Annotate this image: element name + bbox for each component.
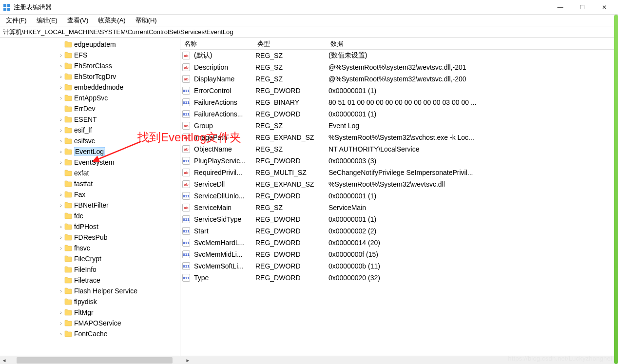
tree-item-fhsvc[interactable]: ›fhsvc	[0, 243, 180, 253]
tree-expander-icon[interactable]: ›	[58, 116, 64, 122]
tree-expander-icon[interactable]: ›	[58, 52, 64, 58]
scroll-right-arrow[interactable]: ►	[184, 356, 192, 364]
tree-item-fltmgr[interactable]: ›FltMgr	[0, 307, 180, 318]
tree-item-fbnetfilter[interactable]: ›FBNetFilter	[0, 200, 180, 211]
tree-expander-icon[interactable]: ›	[58, 202, 64, 208]
value-name: FailureActions...	[192, 110, 253, 118]
string-value-icon: ab	[182, 52, 190, 59]
folder-icon	[64, 180, 72, 187]
column-type[interactable]: 类型	[253, 38, 327, 49]
value-row[interactable]: abImagePathREG_EXPAND_SZ%SystemRoot%\Sys…	[180, 132, 618, 143]
folder-icon	[64, 255, 72, 262]
tree-item-fastfat[interactable]: ›fastfat	[0, 178, 180, 189]
column-name[interactable]: 名称	[180, 38, 253, 49]
menu-help[interactable]: 帮助(H)	[133, 15, 160, 26]
tree-item-label: FBNetFilter	[74, 201, 109, 209]
tree-expander-icon[interactable]: ›	[58, 138, 64, 144]
value-row[interactable]: ab(默认)REG_SZ(数值未设置)	[180, 50, 618, 61]
value-row[interactable]: abDisplayNameREG_SZ@%SystemRoot%\system3…	[180, 73, 618, 85]
scroll-track[interactable]	[8, 356, 184, 364]
horizontal-scrollbar[interactable]: ◄ ►	[0, 356, 618, 364]
tree-expander-icon[interactable]: ›	[58, 149, 64, 154]
tree-item-eventlog[interactable]: ›EventLog	[0, 146, 180, 157]
folder-icon	[64, 330, 72, 337]
tree-item-esifsvc[interactable]: ›esifsvc	[0, 135, 180, 146]
tree-expander-icon[interactable]: ›	[58, 331, 64, 337]
tree-expander-icon[interactable]: ›	[58, 84, 64, 90]
value-row[interactable]: 011SvcMemHardL...REG_DWORD0x00000014 (20…	[180, 237, 618, 249]
scroll-left-arrow[interactable]: ◄	[0, 356, 8, 364]
value-row[interactable]: abServiceDllREG_EXPAND_SZ%SystemRoot%\Sy…	[180, 178, 618, 190]
folder-icon	[64, 116, 72, 123]
tree-expander-icon[interactable]: ›	[58, 63, 64, 69]
tree-expander-icon[interactable]: ›	[58, 159, 64, 165]
tree-expander-icon[interactable]: ›	[58, 309, 64, 315]
value-row[interactable]: abGroupREG_SZEvent Log	[180, 120, 618, 132]
menu-edit[interactable]: 编辑(E)	[34, 15, 60, 26]
tree-expander-icon[interactable]: ›	[58, 224, 64, 230]
value-row[interactable]: 011FailureActionsREG_BINARY80 51 01 00 0…	[180, 96, 618, 108]
tree-expander-icon[interactable]: ›	[58, 320, 64, 326]
tree-item-fdc[interactable]: ›fdc	[0, 211, 180, 221]
tree-item-entappsvc[interactable]: ›EntAppSvc	[0, 93, 180, 103]
menu-view[interactable]: 查看(V)	[64, 15, 91, 26]
value-row[interactable]: 011ServiceDllUnlo...REG_DWORD0x00000001 …	[180, 190, 618, 202]
tree-item-fileinfo[interactable]: ›FileInfo	[0, 264, 180, 275]
binary-value-icon: 011	[182, 110, 190, 118]
value-data: 0x0000000b (11)	[327, 262, 618, 270]
value-row[interactable]: 011ServiceSidTypeREG_DWORD0x00000001 (1)	[180, 213, 618, 225]
tree-item-filetrace[interactable]: ›Filetrace	[0, 275, 180, 286]
tree-item-flpydisk[interactable]: ›flpydisk	[0, 296, 180, 307]
menu-file[interactable]: 文件(F)	[3, 15, 30, 26]
menu-favorites[interactable]: 收藏夹(A)	[95, 15, 128, 26]
tree-item-label: flpydisk	[74, 298, 97, 306]
tree-item-esent[interactable]: ›ESENT	[0, 114, 180, 125]
tree-item-fdphost[interactable]: ›fdPHost	[0, 221, 180, 232]
value-row[interactable]: abServiceMainREG_SZServiceMain	[180, 202, 618, 213]
tree-item-fmaposervice[interactable]: ›FMAPOService	[0, 318, 180, 328]
tree-scroll[interactable]: ›edgeupdatem›EFS›EhStorClass›EhStorTcgDr…	[0, 38, 180, 356]
tree-item-exfat[interactable]: ›exfat	[0, 168, 180, 178]
value-data: %SystemRoot%\System32\wevtsvc.dll	[327, 180, 618, 188]
list-body[interactable]: ab(默认)REG_SZ(数值未设置)abDescriptionREG_SZ@%…	[180, 50, 618, 356]
tree-item-embeddedmode[interactable]: ›embeddedmode	[0, 82, 180, 93]
minimize-button[interactable]: —	[549, 0, 571, 14]
value-row[interactable]: 011SvcMemMidLi...REG_DWORD0x0000000f (15…	[180, 249, 618, 260]
tree-item-fontcache[interactable]: ›FontCache	[0, 328, 180, 339]
tree-item-ehstortcgdrv[interactable]: ›EhStorTcgDrv	[0, 71, 180, 82]
column-data[interactable]: 数据	[327, 38, 618, 49]
tree-item-esif-lf[interactable]: ›esif_lf	[0, 125, 180, 135]
tree-item-fax[interactable]: ›Fax	[0, 189, 180, 200]
value-row[interactable]: 011PlugPlayServic...REG_DWORD0x00000003 …	[180, 155, 618, 167]
tree-item-filecrypt[interactable]: ›FileCrypt	[0, 253, 180, 264]
address-bar[interactable]: 计算机\HKEY_LOCAL_MACHINE\SYSTEM\CurrentCon…	[0, 26, 618, 38]
maximize-button[interactable]: ☐	[571, 0, 593, 14]
tree-item-edgeupdatem[interactable]: ›edgeupdatem	[0, 39, 180, 50]
tree-item-efs[interactable]: ›EFS	[0, 50, 180, 60]
tree-expander-icon[interactable]: ›	[58, 192, 64, 197]
value-row[interactable]: abRequiredPrivil...REG_MULTI_SZSeChangeN…	[180, 167, 618, 178]
tree-item-fdrespub[interactable]: ›FDResPub	[0, 232, 180, 243]
tree-item-eventsystem[interactable]: ›EventSystem	[0, 157, 180, 168]
value-row[interactable]: 011TypeREG_DWORD0x00000020 (32)	[180, 272, 618, 284]
value-type: REG_DWORD	[253, 87, 327, 95]
value-row[interactable]: abDescriptionREG_SZ@%SystemRoot%\system3…	[180, 61, 618, 73]
tree-item-errdev[interactable]: ›ErrDev	[0, 103, 180, 114]
value-row[interactable]: 011StartREG_DWORD0x00000002 (2)	[180, 225, 618, 237]
tree-expander-icon[interactable]: ›	[58, 74, 64, 79]
tree-item-ehstorclass[interactable]: ›EhStorClass	[0, 60, 180, 71]
value-row[interactable]: 011FailureActions...REG_DWORD0x00000001 …	[180, 108, 618, 120]
scroll-thumb[interactable]	[17, 357, 173, 364]
tree-expander-icon[interactable]: ›	[58, 127, 64, 133]
close-button[interactable]: ✕	[593, 0, 615, 14]
tree-item-label: fdc	[74, 212, 83, 220]
tree-expander-icon[interactable]: ›	[58, 245, 64, 251]
tree-expander-icon[interactable]: ›	[58, 288, 64, 294]
value-row[interactable]: 011ErrorControlREG_DWORD0x00000001 (1)	[180, 85, 618, 96]
tree-item-flash-helper-service[interactable]: ›Flash Helper Service	[0, 286, 180, 296]
tree-expander-icon[interactable]: ›	[58, 234, 64, 240]
tree-expander-icon[interactable]: ›	[58, 95, 64, 101]
value-row[interactable]: abObjectNameREG_SZNT AUTHORITY\LocalServ…	[180, 143, 618, 155]
value-row[interactable]: 011SvcMemSoftLi...REG_DWORD0x0000000b (1…	[180, 260, 618, 272]
folder-icon	[64, 84, 72, 91]
